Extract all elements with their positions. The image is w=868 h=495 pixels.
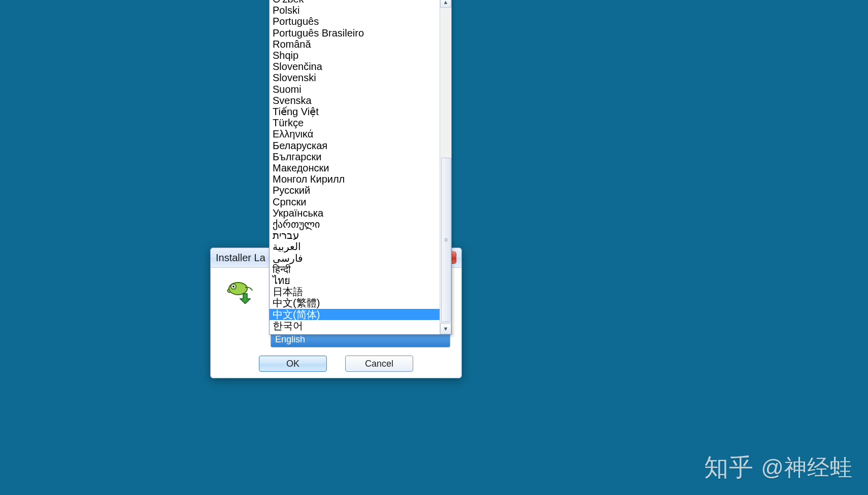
svg-point-2 [232, 286, 235, 288]
language-option[interactable]: Polski [270, 5, 440, 16]
language-option[interactable]: Português [270, 16, 440, 27]
installer-logo-icon [225, 278, 255, 304]
language-option[interactable]: Slovenčina [270, 61, 440, 72]
language-option[interactable]: Ελληνικά [270, 128, 440, 139]
language-option[interactable]: Română [270, 39, 440, 50]
language-option[interactable]: 中文(简体) [270, 309, 440, 320]
language-option[interactable]: Suomi [270, 84, 440, 95]
chevron-up-icon: ▲ [443, 0, 449, 5]
scroll-up-button[interactable]: ▲ [440, 0, 451, 8]
language-option[interactable]: 中文(繁體) [270, 297, 440, 308]
language-option[interactable]: 日本語 [270, 286, 440, 297]
dialog-button-row: OK Cancel [211, 349, 461, 378]
scroll-down-button[interactable]: ▼ [440, 323, 451, 334]
language-option[interactable]: Монгол Кирилл [270, 173, 440, 185]
language-option[interactable]: Беларуская [270, 140, 440, 151]
chevron-down-icon: ▼ [443, 326, 449, 332]
language-option[interactable]: Українська [270, 207, 440, 219]
combobox-value: English [271, 333, 450, 346]
language-option[interactable]: Português Brasileiro [270, 27, 440, 39]
scroll-thumb[interactable] [441, 158, 451, 322]
watermark: 知乎 @神经蛙 [704, 451, 853, 484]
language-option[interactable]: עברית [270, 230, 440, 241]
language-option[interactable]: ქართული [270, 219, 440, 230]
language-option[interactable]: Македонски [270, 162, 440, 173]
language-dropdown[interactable]: O'zbekPolskiPortuguêsPortuguês Brasileir… [269, 0, 452, 335]
watermark-handle: @神经蛙 [761, 453, 853, 483]
language-option[interactable]: فارسی [270, 253, 440, 264]
ok-button[interactable]: OK [259, 356, 327, 372]
language-option[interactable]: العربية [270, 241, 440, 252]
language-option[interactable]: Svenska [270, 95, 440, 106]
language-option[interactable]: Türkçe [270, 117, 440, 128]
dropdown-scrollbar[interactable]: ▲ ▼ [440, 0, 451, 334]
language-option[interactable]: ไทย [270, 275, 440, 286]
language-option[interactable]: हिन्दी [270, 264, 440, 275]
language-option[interactable]: Shqip [270, 50, 440, 61]
language-option[interactable]: Slovenski [270, 72, 440, 83]
language-option[interactable]: Русский [270, 185, 440, 196]
language-option[interactable]: Tiếng Việt [270, 106, 440, 117]
language-option[interactable]: Српски [270, 196, 440, 207]
language-option[interactable]: 한국어 [270, 320, 440, 331]
cancel-button[interactable]: Cancel [345, 356, 413, 372]
zhihu-logo-icon: 知乎 [704, 451, 754, 484]
language-option[interactable]: O'zbek [270, 0, 440, 5]
language-option[interactable]: Български [270, 151, 440, 162]
